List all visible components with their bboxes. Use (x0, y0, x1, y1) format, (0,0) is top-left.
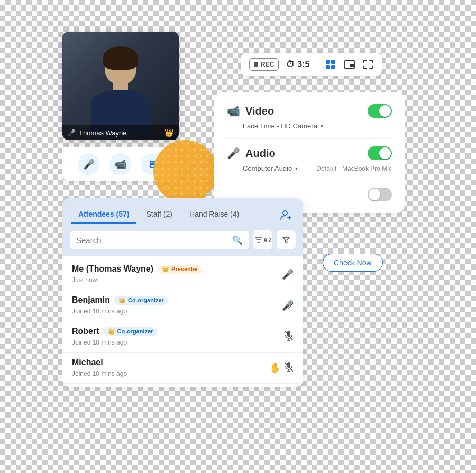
sort-button[interactable]: ↑ ↓ A Z (253, 230, 272, 249)
attendee-name-row: Me (Thomas Wayne) 👑 Presenter (72, 264, 282, 274)
attendee-list: Me (Thomas Wayne) 👑 Presenter Just now 🎤… (62, 256, 303, 387)
person-figure (89, 50, 152, 124)
search-input[interactable] (76, 236, 228, 245)
fullscreen-icon[interactable] (363, 59, 373, 70)
mic-on-icon: 🎤 (282, 268, 294, 280)
video-name-bar: 🎤 Thomas Wayne 👑 (62, 125, 179, 140)
crown-badge-icon: 👑 (162, 266, 169, 273)
crown-icon: 👑 (164, 128, 173, 137)
svg-text:↑: ↑ (255, 236, 257, 239)
attendee-icons: ✋ (269, 361, 294, 375)
settings-panel: 📹 Video Face Time - HD Camera ▾ 🎤 Audio … (214, 92, 405, 213)
video-toggle[interactable] (368, 104, 392, 118)
crown-badge-icon: 👑 (108, 328, 115, 335)
video-background (62, 32, 179, 140)
attendee-name: Robert (72, 327, 99, 336)
audio-source-text[interactable]: Computer Audio (243, 164, 292, 172)
attendee-info: Michael Joined 10 mins ago (72, 358, 269, 378)
attendee-name: Me (Thomas Wayne) (72, 264, 153, 274)
attendee-time: Joined 10 mins ago (72, 339, 127, 346)
search-row: 🔍 ↑ ↓ A Z (62, 224, 303, 256)
record-button[interactable]: REC (249, 58, 279, 71)
attendee-name-row: Michael (72, 358, 269, 367)
mic-off-icon (284, 330, 294, 344)
attendee-name-row: Robert 👑 Co-organizer (72, 327, 284, 336)
attendees-panel: Attendees (57) Staff (2) Hand Raise (4) … (62, 198, 303, 387)
mic-off-icon (284, 361, 294, 375)
decorative-blob (153, 140, 217, 203)
svg-rect-0 (326, 60, 330, 64)
mic-off-icon: 🎤̷ (282, 300, 294, 311)
attendee-icons: 🎤 (282, 268, 294, 280)
tabs-row: Attendees (57) Staff (2) Hand Raise (4) (62, 198, 303, 224)
audio-setting-row: 🎤 Audio (227, 146, 392, 160)
settings-divider (227, 138, 392, 139)
audio-icon: 🎤 (227, 147, 240, 160)
video-icon: 📹 (227, 105, 240, 117)
tab-attendees[interactable]: Attendees (57) (71, 206, 136, 224)
toolbar: REC ⏱ 3:5 (241, 53, 382, 76)
pip-icon[interactable] (344, 60, 355, 69)
search-icon: 🔍 (232, 235, 243, 245)
hand-raise-icon: ✋ (269, 362, 281, 374)
rec-label: REC (261, 61, 274, 68)
noise-toggle[interactable] (368, 188, 392, 201)
badge-label: Presenter (171, 266, 198, 272)
video-setting-row: 📹 Video (227, 104, 392, 118)
attendee-time: Joined 10 mins ago (72, 370, 127, 377)
attendee-item: Benjamin 👑 Co-organizer Joined 10 mins a… (62, 290, 303, 321)
svg-point-6 (283, 211, 287, 215)
attendee-icons: 🎤̷ (282, 300, 294, 311)
attendee-item: Robert 👑 Co-organizer Joined 10 mins ago (62, 321, 303, 353)
timer-icon: ⏱ (286, 60, 295, 69)
attendee-time: Just now (72, 276, 97, 284)
search-container: 🔍 (70, 231, 249, 249)
attendee-name: Michael (72, 358, 103, 367)
filter-button[interactable] (277, 230, 296, 249)
co-organizer-badge: 👑 Co-organizer (114, 296, 168, 305)
video-source-text[interactable]: Face Time - HD Camera (243, 122, 317, 130)
audio-toggle[interactable] (368, 146, 392, 160)
attendee-info: Robert 👑 Co-organizer Joined 10 mins ago (72, 327, 284, 347)
svg-rect-3 (331, 65, 335, 69)
video-source-chevron[interactable]: ▾ (321, 123, 323, 129)
attendee-name-row: Benjamin 👑 Co-organizer (72, 295, 282, 305)
video-card: 🎤 Thomas Wayne 👑 (62, 32, 179, 140)
badge-label: Co-organizer (128, 297, 164, 303)
video-person-name: Thomas Wayne (79, 129, 161, 137)
attendee-info: Me (Thomas Wayne) 👑 Presenter Just now (72, 264, 282, 284)
toolbar-divider (317, 59, 317, 70)
tab-hand-raise[interactable]: Hand Raise (4) (182, 206, 246, 224)
person-hair (103, 46, 138, 70)
co-organizer-badge: 👑 Co-organizer (104, 327, 158, 336)
add-user-button[interactable] (278, 207, 295, 224)
svg-rect-2 (326, 65, 330, 69)
badge-label: Co-organizer (117, 328, 153, 335)
timer-value: 3:5 (297, 60, 309, 69)
camera-button[interactable]: 📹 (109, 153, 132, 175)
timer-display: ⏱ 3:5 (286, 60, 309, 69)
audio-source-row: Computer Audio ▾ Default - MacBook Pro M… (243, 164, 392, 172)
audio-mic-text: Default - MacBook Pro Mic (316, 165, 392, 172)
attendee-name: Benjamin (72, 295, 110, 305)
grid-view-icon[interactable] (325, 59, 336, 70)
attendee-item: Michael Joined 10 mins ago ✋ (62, 353, 303, 384)
attendee-info: Benjamin 👑 Co-organizer Joined 10 mins a… (72, 295, 282, 316)
attendee-time: Joined 10 mins ago (72, 308, 127, 315)
attendee-item: Me (Thomas Wayne) 👑 Presenter Just now 🎤 (62, 259, 303, 290)
audio-source-chevron[interactable]: ▾ (295, 165, 298, 171)
crown-badge-icon: 👑 (118, 297, 126, 304)
mic-button[interactable]: 🎤 (78, 153, 100, 175)
attendee-icons (284, 330, 294, 344)
check-now-button[interactable]: Check Now (323, 254, 383, 272)
tab-staff[interactable]: Staff (2) (139, 206, 180, 224)
presenter-badge: 👑 Presenter (158, 265, 203, 274)
audio-label: Audio (245, 147, 368, 160)
rec-dot (254, 62, 258, 67)
svg-rect-1 (331, 60, 335, 64)
video-mic-icon: 🎤 (68, 129, 76, 136)
person-head (105, 50, 136, 85)
video-label: Video (245, 105, 368, 117)
svg-rect-5 (350, 64, 354, 67)
svg-text:↓: ↓ (259, 236, 261, 239)
